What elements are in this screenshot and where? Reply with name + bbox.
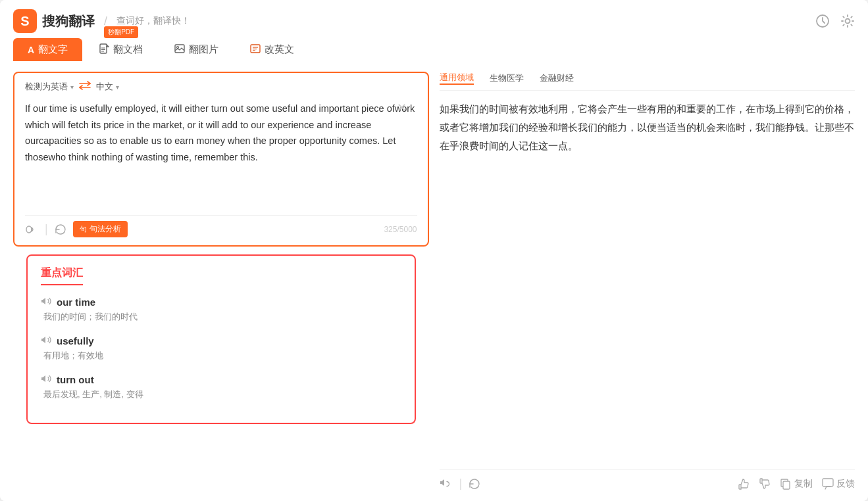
target-play-icon [440,477,453,490]
thumbdown-button[interactable] [759,478,771,490]
svg-point-14 [26,226,32,233]
vocab-word-2: turn out [57,374,94,385]
tab-doc-label: 翻文档 [113,43,143,56]
tab-english[interactable]: 改英文 [236,38,309,61]
right-action-group: 复制 反馈 [738,478,855,490]
logo-area: S 搜狗翻译 / 查词好，翻译快！ [13,9,190,33]
logo-slogan: 查词好，翻译快！ [116,15,190,27]
target-reload-button[interactable] [469,478,480,490]
vocab-meaning-2: 最后发现, 生产, 制造, 变得 [41,389,401,400]
logo-icon: S [13,9,37,33]
source-play-button[interactable] [25,223,38,236]
source-bottom-toolbar: | 句 句法分析 325/5000 [25,215,417,237]
vocab-meaning-0: 我们的时间；我们的时代 [41,311,401,323]
source-lang-arrow: ▾ [70,84,74,91]
lang-selector: 检测为英语 ▾ 中文 ▾ [25,81,417,93]
syntax-btn-icon: 句 [80,224,87,234]
tab-text[interactable]: A 翻文字 [13,38,82,61]
svg-rect-16 [783,481,790,489]
domain-tab-finance[interactable]: 金融财经 [540,72,574,85]
vocab-meaning-1: 有用地；有效地 [41,350,401,362]
app-container: S 搜狗翻译 / 查词好，翻译快！ [0,0,868,501]
vocab-sound-button-1[interactable] [41,335,51,347]
thumbdown-icon [759,478,771,490]
vocab-sound-icon-0 [41,296,51,306]
settings-button[interactable] [840,14,855,28]
tab-text-label: 翻文字 [38,43,68,56]
target-lang-label: 中文 [96,81,113,93]
settings-icon [840,14,855,28]
target-lang-button[interactable]: 中文 ▾ [96,81,119,93]
tab-image-icon [174,44,185,55]
syntax-btn-label: 句法分析 [89,224,121,235]
tab-image[interactable]: 翻图片 [160,38,233,61]
right-toolbar-sep-1: | [459,477,463,490]
char-count: 325/5000 [384,225,417,234]
vocab-item-1: usefully 有用地；有效地 [41,335,401,362]
tab-doc[interactable]: 翻文档 [85,38,157,61]
header-icons [815,14,855,28]
feedback-icon [822,478,834,490]
tabs-bar: A 翻文字 秒翻PDF 翻文档 翻图片 改英文 [0,38,868,61]
right-panel: 通用领域 生物医学 金融财经 如果我们的时间被有效地利用，它将会产生一些有用的和… [440,72,855,490]
copy-button[interactable]: 复制 [780,478,813,490]
source-lang-label: 检测为英语 [25,81,68,93]
domain-tabs: 通用领域 生物医学 金融财经 [440,72,855,91]
syntax-analysis-button[interactable]: 句 句法分析 [73,221,128,237]
vocab-word-row-2: turn out [41,373,401,386]
svg-rect-4 [100,44,107,53]
tab-english-icon [250,44,261,55]
svg-rect-17 [823,479,833,487]
source-translation-box: 检测为英语 ▾ 中文 ▾ [13,72,429,247]
swap-lang-button[interactable] [79,81,91,93]
thumbup-icon [738,478,750,490]
source-text-input[interactable] [25,101,417,206]
pdf-badge: 秒翻PDF [104,26,138,38]
vocab-sound-button-2[interactable] [41,373,51,386]
history-icon [815,14,830,28]
copy-label: 复制 [794,478,813,490]
toolbar-sep-1: | [45,222,48,236]
main-content: 检测为英语 ▾ 中文 ▾ [0,61,868,501]
vocab-title: 重点词汇 [41,266,83,285]
history-button[interactable] [815,14,830,28]
vocab-word-row-1: usefully [41,335,401,347]
svg-point-9 [177,47,179,49]
vocab-item-2: turn out 最后发现, 生产, 制造, 变得 [41,373,401,400]
svg-rect-8 [175,45,184,53]
tab-doc-icon [99,43,109,56]
svg-point-3 [846,19,850,24]
source-reload-button[interactable] [55,224,66,235]
source-lang-button[interactable]: 检测为英语 ▾ [25,81,74,93]
logo-text: 搜狗翻译 [42,12,95,30]
vocab-item-0: our time 我们的时间；我们的时代 [41,296,401,323]
vocab-word-0: our time [57,297,95,308]
svg-text:S: S [20,14,29,28]
swap-icon [79,81,91,90]
feedback-label: 反馈 [836,478,855,490]
vocab-sound-button-0[interactable] [41,296,51,308]
feedback-button[interactable]: 反馈 [822,478,855,490]
translated-text: 如果我们的时间被有效地利用，它将会产生一些有用的和重要的工作，在市场上得到它的价… [440,100,855,460]
vocabulary-section: 重点词汇 our time 我们的时间；我们的时代 [26,254,416,424]
target-reload-icon [469,478,480,490]
domain-tab-general[interactable]: 通用领域 [440,72,474,85]
target-play-button[interactable] [440,477,453,490]
right-bottom-toolbar: | 复制 反馈 [440,469,855,490]
vocab-word-1: usefully [57,335,94,346]
vocab-word-row-0: our time [41,296,401,308]
tab-english-label: 改英文 [265,43,294,56]
source-text-wrapper: ✕ [25,101,417,208]
tab-doc-wrapper: 秒翻PDF 翻文档 [85,38,157,61]
clear-text-button[interactable]: ✕ [397,101,407,115]
tab-image-label: 翻图片 [189,43,218,56]
vocab-sound-icon-2 [41,373,51,384]
source-reload-icon [55,224,66,235]
thumbup-button[interactable] [738,478,750,490]
vocab-sound-icon-1 [41,335,51,345]
domain-tab-bio[interactable]: 生物医学 [490,72,524,85]
copy-icon [780,478,792,490]
target-lang-arrow: ▾ [116,84,119,91]
source-play-icon [25,223,38,236]
tab-text-icon: A [28,45,34,55]
